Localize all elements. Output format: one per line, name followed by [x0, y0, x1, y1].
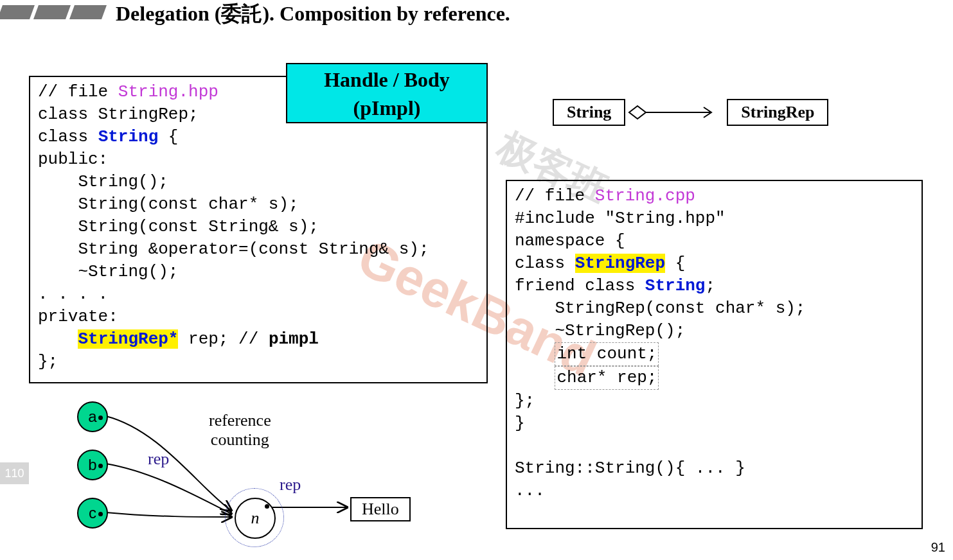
hello-box: Hello	[350, 497, 411, 521]
uml-arrow	[628, 100, 724, 125]
code-block-impl: // file String.cpp #include "String.hpp"…	[506, 180, 923, 529]
uml-class-string: String	[553, 99, 625, 126]
banner-line1: Handle / Body	[287, 67, 486, 92]
uml-diagram: String StringRep	[553, 99, 828, 126]
refcount-diagram: a b c n Hello rep rep reference counting	[71, 392, 482, 552]
node-a: a	[77, 401, 108, 432]
node-n: n	[235, 498, 276, 539]
svg-marker-0	[629, 106, 646, 119]
side-page-badge: 110	[0, 462, 29, 484]
label-rep2: rep	[280, 475, 301, 494]
label-refcount: reference counting	[209, 411, 271, 450]
handle-body-banner: Handle / Body (pImpl)	[286, 63, 488, 123]
node-c: c	[77, 498, 108, 529]
banner-line2: (pImpl)	[287, 95, 486, 121]
code-cpp: // file String.cpp #include "String.hpp"…	[507, 181, 922, 506]
header-decor	[0, 5, 104, 19]
node-b: b	[77, 450, 108, 480]
uml-class-stringrep: StringRep	[727, 99, 828, 126]
page-number: 91	[931, 540, 945, 555]
label-rep1: rep	[148, 450, 169, 469]
page-title: Delegation (委託). Composition by referenc…	[116, 0, 510, 28]
